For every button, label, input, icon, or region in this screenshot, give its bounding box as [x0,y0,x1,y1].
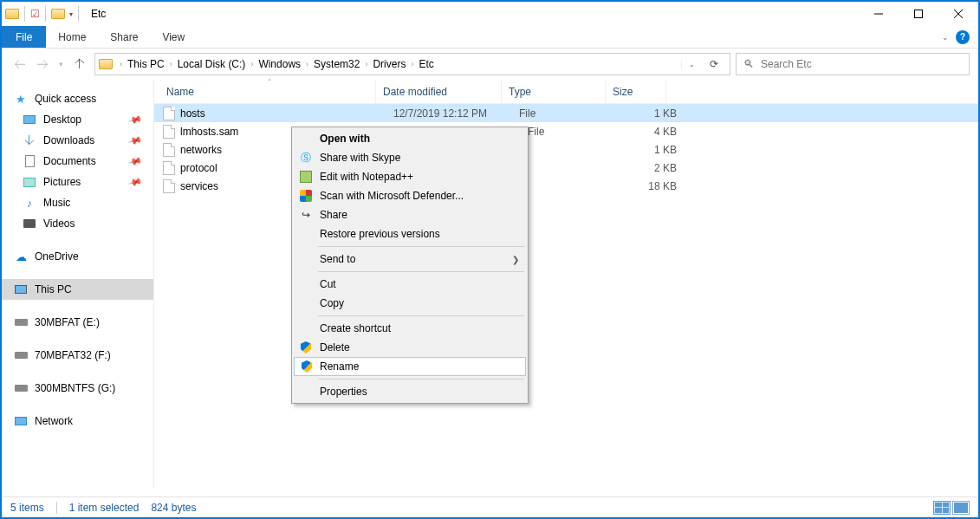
file-row[interactable]: protocol 2 KB [154,159,978,177]
chevron-right-icon[interactable]: › [249,60,255,68]
ribbon-collapse-icon[interactable]: ⌄ [942,33,949,42]
file-row[interactable]: lmhosts.sam d File 4 KB [154,122,978,140]
search-input[interactable]: 🔍︎ Search Etc [736,53,970,75]
ctx-scan-defender[interactable]: Scan with Microsoft Defender... [294,186,526,205]
sidebar-videos[interactable]: Videos [2,213,153,234]
ctx-rename[interactable]: Rename [294,357,526,376]
sidebar-documents[interactable]: Documents📌 [2,151,153,172]
qat-properties-icon[interactable]: ☑ [30,8,40,20]
breadcrumb-segment[interactable]: This PC [124,58,168,70]
file-row[interactable]: hosts 12/7/2019 12:12 PM File 1 KB [154,104,978,122]
ctx-open-with[interactable]: Open with [294,129,526,148]
ctx-cut[interactable]: Cut [294,275,526,294]
details-view-button[interactable] [933,501,951,515]
maximize-button[interactable] [899,2,938,26]
column-header-date[interactable]: Date modified [376,80,502,103]
navigation-pane: ★ Quick access Desktop📌 🡣Downloads📌 Docu… [2,80,153,489]
sidebar-quick-access[interactable]: ★ Quick access [2,88,153,109]
qat-new-folder-icon[interactable] [51,9,65,19]
ctx-share[interactable]: ↪Share [294,205,526,224]
column-header-type[interactable]: Type [502,80,606,103]
file-size: 1 KB [623,144,684,156]
file-icon [163,179,175,193]
help-icon[interactable]: ? [956,30,970,44]
sidebar-onedrive[interactable]: ☁OneDrive [2,246,153,267]
status-bar: 5 items 1 item selected 824 bytes [2,496,978,517]
large-icons-view-button[interactable] [952,501,970,515]
context-menu: Open with ⓈShare with Skype Edit with No… [291,127,529,404]
sidebar-drive[interactable]: 70MBFAT32 (F:) [2,345,153,366]
home-tab[interactable]: Home [46,26,98,48]
breadcrumb-segment[interactable]: Drivers [369,58,409,70]
uac-shield-icon [300,360,314,373]
search-icon: 🔍︎ [743,58,754,70]
back-button[interactable]: 🡠 [14,57,26,71]
chevron-right-icon[interactable]: › [409,60,415,68]
pin-icon: 📌 [127,153,144,169]
drive-icon [15,385,28,392]
ctx-copy[interactable]: Copy [294,294,526,313]
address-bar[interactable]: › This PC › Local Disk (C:) › Windows › … [94,53,730,75]
ctx-delete[interactable]: Delete [294,338,526,357]
file-icon [163,125,175,139]
file-size: 4 KB [623,126,684,138]
status-item-count: 5 items [10,502,44,514]
sidebar-pictures[interactable]: Pictures📌 [2,172,153,192]
column-headers: Name˄ Date modified Type Size [154,80,978,104]
ctx-create-shortcut[interactable]: Create shortcut [294,319,526,338]
search-placeholder: Search Etc [761,58,812,70]
ctx-properties[interactable]: Properties [294,382,526,401]
music-icon: ♪ [23,196,36,210]
minimize-button[interactable] [859,2,899,26]
sidebar-this-pc[interactable]: This PC [2,279,153,300]
chevron-right-icon[interactable]: › [168,60,174,68]
window-title: Etc [86,8,859,20]
ctx-send-to[interactable]: Send to❯ [294,250,526,269]
pictures-icon [23,178,36,187]
status-selected-count: 1 item selected [69,502,140,514]
sidebar-music[interactable]: ♪Music [2,192,153,213]
breadcrumb-segment[interactable]: System32 [310,58,363,70]
close-button[interactable] [938,2,978,26]
breadcrumb-segment[interactable]: Local Disk (C:) [174,58,250,70]
breadcrumb-segment[interactable]: Etc [415,58,437,70]
nav-row: 🡠 🡢 ▾ 🡡 › This PC › Local Disk (C:) › Wi… [2,49,978,80]
forward-button[interactable]: 🡢 [36,57,49,71]
refresh-button[interactable]: ⟳ [702,58,726,70]
view-tab[interactable]: View [150,26,197,48]
pc-icon [15,285,27,294]
sidebar-network[interactable]: Network [2,411,153,431]
file-type: File [519,107,623,120]
file-row[interactable]: networks 1 KB [154,140,978,159]
column-header-size[interactable]: Size [606,80,666,103]
breadcrumb-segment[interactable]: Windows [255,58,304,70]
up-button[interactable]: 🡡 [74,57,86,71]
sidebar-downloads[interactable]: 🡣Downloads📌 [2,130,153,151]
ctx-edit-notepad[interactable]: Edit with Notepad++ [294,167,526,186]
sidebar-desktop[interactable]: Desktop📌 [2,109,153,130]
chevron-right-icon[interactable]: › [304,60,310,68]
chevron-right-icon[interactable]: › [118,60,124,68]
file-tab[interactable]: File [2,26,46,48]
ctx-restore-versions[interactable]: Restore previous versions [294,224,526,243]
sidebar-drive[interactable]: 300MBNTFS (G:) [2,378,153,399]
pin-icon: 📌 [127,174,144,190]
column-header-name[interactable]: Name˄ [159,80,376,103]
file-row[interactable]: services 18 KB [154,177,978,195]
qat-dropdown-icon[interactable]: ▾ [69,10,73,18]
file-size: 1 KB [623,107,684,120]
address-folder-icon [99,59,113,69]
ctx-share-skype[interactable]: ⓈShare with Skype [294,148,526,167]
cloud-icon: ☁ [14,250,28,263]
sidebar-drive[interactable]: 30MBFAT (E:) [2,312,153,333]
ribbon-tabs: File Home Share View ⌄ ? [2,26,978,49]
recent-dropdown-icon[interactable]: ▾ [59,60,63,68]
chevron-right-icon[interactable]: › [363,60,369,68]
share-tab[interactable]: Share [98,26,150,48]
desktop-icon [23,115,36,124]
status-selected-size: 824 bytes [151,502,196,514]
sort-asc-icon: ˄ [268,78,271,86]
address-history-dropdown[interactable]: ⌄ [681,61,702,68]
video-icon [23,219,36,228]
file-type: d File [519,126,623,138]
